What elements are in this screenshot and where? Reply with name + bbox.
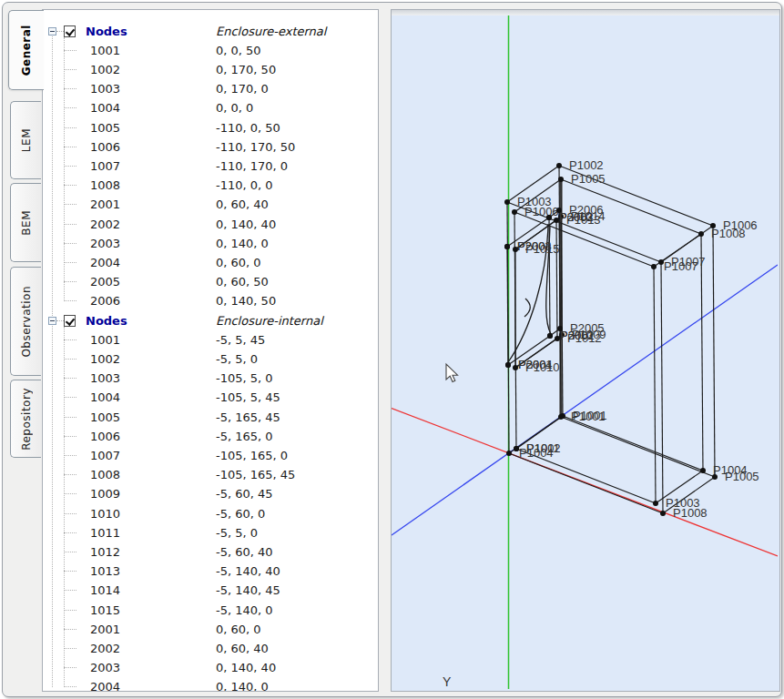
node-coordinates: -5, 140, 40 bbox=[216, 562, 280, 581]
node-id: 1008 bbox=[90, 465, 120, 484]
3d-viewport[interactable]: P1001P1002P1003P1004P1005P1006P1007P1008… bbox=[391, 9, 780, 692]
tree-node-row[interactable]: 1006-110, 170, 50 bbox=[43, 137, 378, 157]
node-coordinates: -110, 170, 0 bbox=[216, 157, 288, 176]
nodes-tree-panel[interactable]: NodesEnclosure-external10010, 0, 5010020… bbox=[42, 9, 379, 692]
tab-bem[interactable]: BEM bbox=[10, 183, 41, 262]
tree-node-row[interactable]: 20040, 140, 0 bbox=[43, 677, 378, 692]
node-id: 2003 bbox=[90, 658, 120, 677]
tree-node-row[interactable]: 20010, 60, 40 bbox=[43, 195, 378, 214]
node-coordinates: 0, 170, 0 bbox=[216, 79, 269, 98]
tree-node-row[interactable]: 1004-105, 5, 45 bbox=[43, 388, 378, 407]
tree-guide-stub bbox=[64, 127, 76, 128]
node-point bbox=[560, 413, 565, 419]
node-id: 1003 bbox=[90, 369, 120, 388]
tree-node-row[interactable]: 10020, 170, 50 bbox=[43, 60, 378, 79]
node-coordinates: 0, 140, 50 bbox=[216, 291, 276, 310]
node-id: 1012 bbox=[90, 542, 120, 562]
tab-lem[interactable]: LEM bbox=[10, 101, 41, 179]
tree-node-row[interactable]: 1006-5, 165, 0 bbox=[43, 427, 378, 446]
node-id: 2002 bbox=[90, 639, 120, 658]
tree-node-row[interactable]: 1001-5, 5, 45 bbox=[43, 330, 378, 350]
node-point-label: P1003 bbox=[666, 496, 700, 510]
tree-guide-stub bbox=[64, 50, 76, 51]
tree-node-row[interactable]: 1010-5, 60, 0 bbox=[43, 504, 378, 523]
tree-guide-stub bbox=[64, 281, 76, 282]
tree-guide-stub bbox=[64, 629, 76, 630]
node-coordinates: -110, 170, 50 bbox=[216, 137, 295, 157]
collapse-toggle-icon[interactable] bbox=[48, 317, 56, 325]
tab-label: Repository bbox=[20, 388, 33, 451]
node-coordinates: -110, 0, 50 bbox=[216, 118, 280, 137]
group-checkbox[interactable] bbox=[64, 315, 76, 327]
tree-node-row[interactable]: 1014-5, 140, 45 bbox=[43, 581, 378, 600]
wireframe-edge bbox=[701, 234, 703, 471]
group-label: Nodes bbox=[86, 22, 127, 41]
tree-group-row[interactable]: NodesEnclosure-internal bbox=[43, 311, 378, 330]
tree-node-row[interactable]: 1009-5, 60, 45 bbox=[43, 484, 378, 503]
node-id: 2003 bbox=[90, 234, 120, 253]
node-coordinates: 0, 0, 0 bbox=[216, 98, 253, 117]
node-id: 1001 bbox=[90, 330, 120, 350]
node-id: 1007 bbox=[90, 446, 120, 465]
collapse-toggle-icon[interactable] bbox=[48, 27, 56, 35]
node-coordinates: 0, 60, 0 bbox=[216, 253, 261, 272]
tree-guide-stub bbox=[64, 69, 76, 70]
tree-node-row[interactable]: 20060, 140, 50 bbox=[43, 291, 378, 310]
tree-node-row[interactable]: 10010, 0, 50 bbox=[43, 41, 378, 60]
tree-node-row[interactable]: 1007-105, 165, 0 bbox=[43, 446, 378, 465]
tree-node-row[interactable]: 1008-105, 165, 45 bbox=[43, 465, 378, 484]
tab-general[interactable]: General bbox=[8, 10, 44, 90]
tree-node-row[interactable]: 1008-110, 0, 0 bbox=[43, 176, 378, 195]
tree-guide-stub bbox=[56, 320, 64, 321]
node-coordinates: -105, 5, 45 bbox=[216, 388, 280, 407]
node-coordinates: 0, 0, 50 bbox=[216, 41, 261, 60]
tree-guide-stub bbox=[56, 31, 64, 32]
tree-node-row[interactable]: 20050, 60, 50 bbox=[43, 272, 378, 291]
tree-node-row[interactable]: 1012-5, 60, 40 bbox=[43, 542, 378, 562]
node-id: 1006 bbox=[90, 137, 120, 157]
node-id: 1013 bbox=[90, 562, 120, 581]
tree-group-row[interactable]: NodesEnclosure-external bbox=[43, 22, 378, 41]
tree-node-row[interactable]: 1015-5, 140, 0 bbox=[43, 601, 378, 620]
node-id: 1006 bbox=[90, 427, 120, 446]
tree-guide-stub bbox=[64, 513, 76, 514]
tree-guide-stub bbox=[64, 262, 76, 263]
wireframe-edge bbox=[509, 453, 663, 513]
wireframe-edge bbox=[561, 417, 715, 477]
tree-guide-stub bbox=[64, 224, 76, 225]
node-id: 2004 bbox=[90, 253, 120, 272]
tree-guide-stub bbox=[64, 107, 76, 108]
node-point bbox=[547, 333, 553, 339]
tree-node-row[interactable]: 1005-5, 165, 45 bbox=[43, 408, 378, 427]
tree-node-row[interactable]: 10040, 0, 0 bbox=[43, 98, 378, 117]
node-point bbox=[506, 451, 512, 456]
tree-node-row[interactable]: 20030, 140, 0 bbox=[43, 234, 378, 253]
x-axis-line bbox=[392, 409, 778, 557]
tree-node-row[interactable]: 1002-5, 5, 0 bbox=[43, 350, 378, 369]
tree-node-row[interactable]: 20010, 60, 0 bbox=[43, 620, 378, 639]
tree-node-row[interactable]: 1013-5, 140, 40 bbox=[43, 562, 378, 581]
tree-guide-stub bbox=[64, 88, 76, 89]
tree-guide-stub bbox=[64, 185, 76, 186]
tree-children-guide-line bbox=[64, 37, 65, 301]
tree-node-row[interactable]: 1007-110, 170, 0 bbox=[43, 157, 378, 176]
node-coordinates: -5, 140, 0 bbox=[216, 601, 273, 620]
group-checkbox[interactable] bbox=[64, 25, 76, 37]
node-coordinates: 0, 140, 40 bbox=[216, 215, 276, 234]
tree-node-row[interactable]: 1005-110, 0, 50 bbox=[43, 118, 378, 137]
node-coordinates: -5, 60, 45 bbox=[216, 484, 273, 503]
tree-node-row[interactable]: 20030, 140, 40 bbox=[43, 658, 378, 677]
node-coordinates: -105, 165, 45 bbox=[216, 465, 295, 484]
tab-observation[interactable]: Observation bbox=[10, 267, 41, 376]
tree-guide-stub bbox=[64, 686, 76, 687]
tree-node-row[interactable]: 20020, 60, 40 bbox=[43, 639, 378, 658]
tree-node-row[interactable]: 10030, 170, 0 bbox=[43, 79, 378, 98]
node-point-label: P2003 bbox=[559, 210, 594, 224]
tree-node-row[interactable]: 1003-105, 5, 0 bbox=[43, 369, 378, 388]
node-id: 1001 bbox=[90, 41, 120, 60]
tree-node-row[interactable]: 20020, 140, 40 bbox=[43, 215, 378, 234]
tree-node-row[interactable]: 1011-5, 5, 0 bbox=[43, 523, 378, 542]
tab-repository[interactable]: Repository bbox=[10, 380, 41, 458]
tree-node-row[interactable]: 20040, 60, 0 bbox=[43, 253, 378, 272]
node-point bbox=[660, 511, 666, 516]
